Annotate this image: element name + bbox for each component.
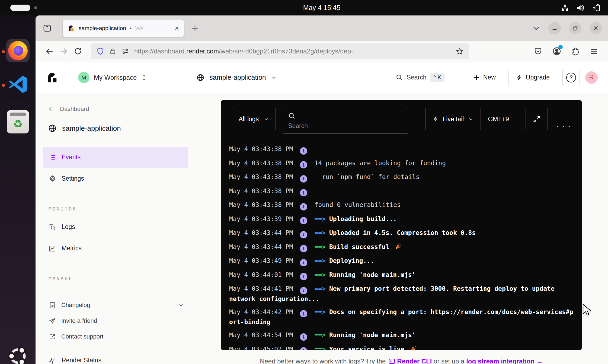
restore-button[interactable] (569, 22, 581, 34)
address-bar[interactable]: https://dashboard.render.com/web/srv-d0b… (91, 43, 469, 59)
log-message: Your service is live (329, 346, 408, 350)
help-button[interactable]: ? (562, 69, 580, 86)
tab-bar: sample-application • We × (36, 15, 608, 41)
vscode-running-indicator (2, 84, 5, 87)
vscode-dock-icon[interactable] (6, 72, 30, 96)
pocket-icon[interactable] (534, 47, 542, 56)
log-message: Uploaded in 4.5s. Compression took 0.8s (329, 229, 476, 236)
lock-icon[interactable] (109, 47, 116, 55)
log-timestamp: May 4 03:45:02 PM (229, 346, 293, 350)
tab-separator: • (130, 25, 132, 31)
info-icon[interactable]: i (300, 245, 307, 252)
service-selector-name: sample-application (209, 74, 266, 81)
reload-button[interactable] (71, 44, 85, 58)
info-icon[interactable]: i (300, 217, 307, 224)
log-timestamp: May 4 03:44:42 PM (229, 308, 293, 315)
trash-dock-icon[interactable]: ♻ (6, 110, 30, 134)
menu-hamburger-icon[interactable] (590, 47, 598, 56)
forward-button[interactable] (57, 44, 71, 58)
status-pulse-icon (49, 356, 56, 364)
active-tab[interactable]: sample-application • We × (63, 20, 184, 37)
sidebar-item-invite-a-friend[interactable]: Invite a friend (43, 313, 188, 329)
network-icon[interactable] (561, 4, 569, 12)
navigation-toolbar: https://dashboard.render.com/web/srv-d0b… (36, 41, 608, 62)
info-icon[interactable]: i (300, 147, 307, 155)
info-icon[interactable]: i (300, 189, 307, 196)
render-dashboard-app: M My Workspace sample-application Search… (36, 62, 608, 364)
system-clock[interactable]: May 4 15:45 (36, 0, 608, 15)
workspace-pill-indicator (10, 5, 30, 11)
expand-diagonal-icon (533, 115, 541, 123)
live-tail-group: Live tail GMT+9 (425, 108, 516, 130)
global-search[interactable]: Search ^ K (396, 73, 457, 82)
firefox-view-icon[interactable] (43, 24, 52, 33)
sidebar-item-render-status[interactable]: Render Status (43, 356, 188, 364)
info-icon[interactable]: i (300, 273, 307, 280)
info-icon[interactable]: i (300, 161, 307, 168)
info-icon[interactable]: i (300, 259, 307, 266)
service-selector[interactable]: sample-application (183, 74, 277, 82)
question-mark-icon: ? (566, 73, 576, 82)
live-tail-dropdown[interactable]: Live tail (425, 116, 481, 123)
log-toolbar: All logs Search Live tail (221, 100, 582, 138)
info-icon[interactable]: i (300, 347, 307, 350)
upgrade-button[interactable]: Upgrade (508, 69, 557, 86)
show-apps-button[interactable] (6, 344, 30, 364)
tracking-protection-shield-icon[interactable] (96, 47, 104, 56)
firefox-dock-icon[interactable] (6, 39, 30, 63)
workspace-selector[interactable]: M My Workspace (69, 72, 156, 83)
info-icon[interactable]: i (300, 333, 307, 341)
sidebar-item-changelog[interactable]: Changelog (43, 297, 188, 313)
bookmark-star-icon[interactable] (456, 47, 464, 55)
events-list-icon (49, 154, 56, 161)
plus-icon (473, 74, 480, 81)
log-row: May 4 03:43:44 PMi==>Build successful (229, 242, 574, 253)
list-tabs-chevron-icon[interactable] (532, 24, 540, 32)
sidebar-item-events[interactable]: Events (43, 147, 188, 168)
new-button[interactable]: New (466, 69, 503, 86)
log-timestamp: May 4 03:43:38 PM (229, 173, 293, 180)
changelog-icon (49, 302, 56, 309)
search-label: Search (407, 74, 427, 81)
minimize-button[interactable] (548, 22, 561, 34)
sidebar-item-logs[interactable]: Logs (43, 216, 188, 237)
battery-charging-icon[interactable] (592, 4, 601, 12)
close-button[interactable] (590, 22, 602, 34)
render-cli-link[interactable]: Render CLI (397, 357, 432, 364)
info-icon[interactable]: i (300, 287, 307, 294)
ubuntu-dock: ♻ (0, 15, 36, 364)
info-icon[interactable]: i (300, 175, 307, 183)
info-icon[interactable]: i (300, 310, 307, 317)
workspace-avatar: M (78, 72, 89, 83)
back-button[interactable] (43, 44, 57, 58)
render-logo[interactable] (36, 62, 69, 93)
live-tail-chevron-down-icon (468, 116, 473, 122)
log-row: May 4 03:43:39 PMi==>Uploading build... (229, 214, 574, 225)
log-stream-integration-link[interactable]: log stream integration → (466, 357, 543, 364)
volume-icon[interactable] (576, 4, 585, 12)
log-output[interactable]: May 4 03:43:38 PMiMay 4 03:43:38 PMi14 p… (221, 138, 582, 350)
url-text[interactable]: https://dashboard.render.com/web/srv-d0b… (134, 47, 451, 55)
sidebar-item-settings[interactable]: Settings (43, 168, 188, 189)
info-icon[interactable]: i (300, 203, 307, 210)
permissions-icon[interactable] (121, 47, 129, 55)
sidebar-section-monitor: MONITOR (49, 206, 188, 212)
log-filter-dropdown[interactable]: All logs (232, 108, 276, 130)
user-avatar[interactable]: R (585, 71, 598, 84)
account-icon[interactable] (552, 47, 561, 56)
log-search-input[interactable]: Search (283, 108, 408, 134)
ubuntu-logo-icon (6, 344, 30, 364)
metrics-chart-icon (49, 245, 56, 252)
sidebar-item-contact-support[interactable]: Contact support (43, 329, 188, 344)
expand-logs-button[interactable] (526, 108, 548, 130)
new-tab-button[interactable] (191, 24, 199, 32)
sidebar: Dashboard sample-application Events Sett… (36, 93, 196, 364)
timezone-button[interactable]: GMT+9 (481, 116, 516, 123)
changelog-chevron-down-icon (178, 302, 184, 308)
info-icon[interactable]: i (300, 231, 307, 238)
extensions-puzzle-icon[interactable] (571, 47, 580, 56)
log-more-menu[interactable]: ··· (555, 116, 572, 138)
sidebar-back-to-dashboard[interactable]: Dashboard (43, 106, 188, 113)
tab-close-button[interactable]: × (175, 25, 179, 32)
sidebar-item-metrics[interactable]: Metrics (43, 238, 188, 259)
